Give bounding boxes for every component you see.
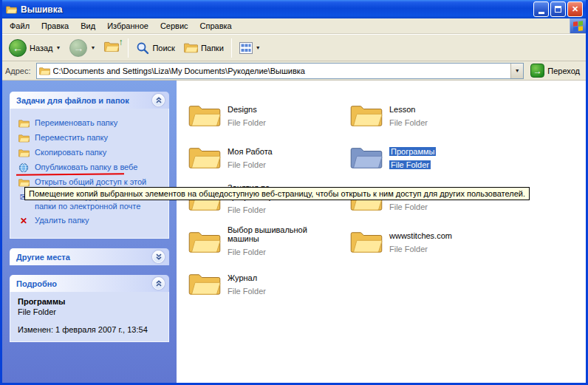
menu-favorites[interactable]: Избранное [101, 18, 154, 33]
go-label: Переход [547, 67, 580, 75]
file-name: Программы [389, 147, 436, 156]
file-name: Lesson [389, 105, 415, 114]
other-places-header[interactable]: Другие места [10, 248, 169, 265]
content-area: Задачи для файлов и папок Переименовать … [2, 81, 586, 383]
views-dropdown-icon[interactable]: ▼ [256, 45, 261, 50]
details-folder-name: Программы [18, 297, 164, 306]
chevron-down-icon: ▼ [515, 68, 520, 73]
file-name: Выбор вышивальной машины [228, 225, 340, 243]
collapse-button[interactable] [152, 94, 165, 106]
maximize-button[interactable] [550, 1, 566, 17]
back-icon: ← [9, 39, 27, 57]
file-folder-tasks-body: Переименовать папку Переместить папку Ск… [10, 109, 169, 239]
file-name: Designs [228, 105, 257, 114]
section-details: Подробно Программы File Folder Изменен: … [10, 275, 169, 342]
toolbar-separator [128, 38, 129, 58]
task-label: Переименовать папку [35, 118, 117, 128]
task-move-folder[interactable]: Переместить папку [18, 133, 164, 143]
file-item-zhurnal[interactable]: ЖурналFile Folder [188, 262, 340, 304]
views-button[interactable]: ▼ [236, 40, 264, 56]
menu-edit[interactable]: Правка [35, 18, 75, 33]
folders-label: Папки [201, 44, 224, 52]
window-folder-icon [6, 5, 17, 14]
folder-icon [350, 229, 383, 254]
file-type: File Folder [228, 205, 266, 214]
folder-icon [188, 145, 221, 170]
red-underline-annotation [16, 173, 124, 176]
publish-web-icon [18, 163, 30, 173]
rename-folder-icon [18, 118, 30, 129]
file-folder-tasks-title: Задачи для файлов и папок [16, 96, 129, 105]
file-name: wwwstitches.com [389, 231, 452, 240]
file-type: File Folder [389, 202, 428, 211]
search-icon [136, 41, 149, 55]
up-folder-icon: ↑ [104, 41, 120, 55]
folder-icon [188, 103, 221, 128]
go-button[interactable]: → Переход [527, 64, 583, 78]
folders-button[interactable]: Папки [180, 40, 228, 55]
address-dropdown-button[interactable]: ▼ [510, 64, 523, 78]
file-item-designs[interactable]: DesignsFile Folder [188, 94, 340, 136]
file-folder-tasks-header[interactable]: Задачи для файлов и папок [10, 92, 169, 109]
file-item-wwwstitches[interactable]: wwwstitches.comFile Folder [350, 220, 502, 262]
collapse-button[interactable] [152, 277, 165, 290]
details-title: Подробно [16, 279, 57, 288]
details-header[interactable]: Подробно [10, 275, 169, 292]
file-name: Моя Работа [228, 147, 273, 156]
folder-icon [188, 271, 221, 296]
task-label: Переместить папку [35, 133, 108, 143]
chevron-up-icon [155, 97, 163, 103]
file-item-vybor-mashiny[interactable]: Выбор вышивальной машиныFile Folder [188, 220, 340, 262]
address-input[interactable] [53, 64, 508, 78]
file-type: File Folder [389, 118, 428, 127]
task-publish-folder-web[interactable]: Опубликовать папку в вебе [18, 163, 164, 173]
forward-dropdown-icon[interactable]: ▼ [90, 45, 95, 50]
up-button[interactable]: ↑ [100, 38, 124, 58]
back-dropdown-icon[interactable]: ▼ [56, 45, 61, 50]
go-icon: → [530, 64, 544, 78]
menubar: Файл Правка Вид Избранное Сервис Справка [2, 18, 586, 34]
file-item-lesson[interactable]: LessonFile Folder [350, 94, 502, 136]
move-folder-icon [18, 133, 30, 143]
section-file-folder-tasks: Задачи для файлов и папок Переименовать … [10, 92, 169, 239]
expand-button[interactable] [152, 251, 165, 263]
details-modified: Изменен: 1 февраля 2007 г., 13:54 [18, 325, 164, 334]
task-copy-folder[interactable]: Скопировать папку [18, 148, 164, 158]
titlebar: Вышивка ✕ [2, 0, 586, 18]
task-pane: Задачи для файлов и папок Переименовать … [2, 81, 177, 383]
address-bar: Адрес: ▼ → Переход [2, 61, 586, 81]
folders-icon [184, 42, 198, 53]
menu-view[interactable]: Вид [75, 18, 101, 33]
forward-button[interactable]: → ▼ [66, 37, 99, 59]
task-share-folder[interactable]: Открыть общий доступ к этой [18, 177, 164, 188]
delete-icon: ✕ [18, 216, 30, 226]
task-delete-folder[interactable]: ✕ Удалить папку [18, 216, 164, 226]
windows-flag-icon [573, 21, 583, 31]
back-button[interactable]: ← Назад ▼ [5, 37, 64, 59]
share-folder-icon [18, 177, 30, 188]
file-type: File Folder [228, 287, 266, 296]
toolbar: ← Назад ▼ → ▼ ↑ Поиск [2, 34, 586, 61]
address-folder-icon [39, 67, 50, 75]
task-label: Удалить папку [35, 216, 89, 225]
file-item-moya-rabota[interactable]: Моя РаботаFile Folder [188, 136, 340, 178]
details-body: Программы File Folder Изменен: 1 февраля… [10, 292, 169, 342]
task-label: Скопировать папку [35, 148, 106, 157]
file-type: File Folder [228, 118, 266, 127]
back-label: Назад [30, 44, 53, 52]
address-combo[interactable]: ▼ [36, 63, 524, 79]
task-label: Опубликовать папку в вебе [35, 163, 137, 172]
windows-logo [570, 18, 586, 33]
task-rename-folder[interactable]: Переименовать папку [18, 118, 164, 129]
maximize-icon [555, 6, 561, 13]
menu-tools[interactable]: Сервис [154, 18, 194, 33]
menu-file[interactable]: Файл [4, 18, 35, 33]
search-button[interactable]: Поиск [132, 39, 178, 57]
minimize-button[interactable] [533, 1, 549, 17]
section-other-places: Другие места [10, 248, 169, 265]
chevron-up-icon [155, 280, 163, 287]
close-button[interactable]: ✕ [567, 1, 583, 17]
menu-help[interactable]: Справка [194, 18, 238, 33]
search-label: Поиск [152, 44, 174, 52]
file-item-programmy-selected[interactable]: ПрограммыFile Folder [350, 136, 502, 178]
